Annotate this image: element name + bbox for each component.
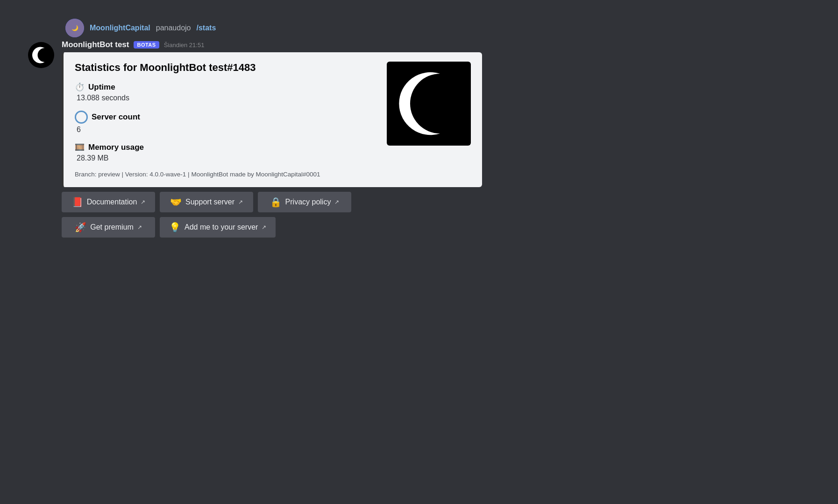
get-premium-icon: 🚀 — [75, 222, 86, 233]
message-container: 🌙 MoonlightCapital panaudojo /stats Moon… — [28, 19, 542, 238]
buttons-row-2: 🚀 Get premium ↗ 💡 Add me to your server … — [62, 217, 542, 238]
embed-title: Statistics for MoonlightBot test#1483 — [75, 62, 377, 74]
command-prefix: panaudojo — [156, 24, 191, 32]
memory-icon: 🎞️ — [75, 142, 85, 152]
support-server-external-icon: ↗ — [238, 199, 243, 205]
command-header: 🌙 MoonlightCapital panaudojo /stats — [28, 19, 542, 37]
bot-name: MoonlightBot test — [62, 40, 129, 49]
server-count-icon — [75, 111, 88, 124]
embed-field-server-count: Server count 6 — [75, 111, 377, 134]
add-to-server-label: Add me to your server — [185, 223, 258, 231]
memory-label: Memory usage — [88, 143, 144, 152]
embed-field-memory: 🎞️ Memory usage 28.39 MB — [75, 142, 377, 162]
embed-field-uptime: ⏱️ Uptime 13.088 seconds — [75, 82, 377, 102]
privacy-policy-label: Privacy policy — [285, 198, 331, 206]
embed-inner: Statistics for MoonlightBot test#1483 ⏱️… — [75, 62, 471, 178]
documentation-button[interactable]: 📕 Documentation ↗ — [62, 192, 155, 212]
support-server-icon: 🤝 — [170, 196, 182, 208]
user-avatar: 🌙 — [65, 19, 84, 37]
get-premium-label: Get premium — [90, 223, 133, 231]
privacy-policy-icon: 🔒 — [270, 196, 282, 208]
embed-field-name-server-count: Server count — [75, 111, 377, 124]
uptime-icon: ⏱️ — [75, 82, 85, 92]
server-count-label: Server count — [92, 112, 140, 122]
support-server-button[interactable]: 🤝 Support server ↗ — [160, 192, 253, 212]
embed-field-name-memory: 🎞️ Memory usage — [75, 142, 377, 152]
embed-thumbnail — [387, 62, 471, 146]
embed-field-name-uptime: ⏱️ Uptime — [75, 82, 377, 92]
embed-left: Statistics for MoonlightBot test#1483 ⏱️… — [75, 62, 377, 178]
memory-value: 28.39 MB — [75, 154, 377, 162]
add-to-server-icon: 💡 — [169, 222, 181, 233]
command-name: /stats — [197, 24, 216, 32]
documentation-external-icon: ↗ — [141, 199, 145, 205]
timestamp: Šiandien 21:51 — [164, 42, 205, 49]
add-to-server-external-icon: ↗ — [262, 224, 266, 231]
documentation-icon: 📕 — [71, 196, 83, 208]
embed: Statistics for MoonlightBot test#1483 ⏱️… — [62, 52, 482, 187]
buttons-row: 📕 Documentation ↗ 🤝 Support server ↗ 🔒 P… — [62, 192, 542, 212]
message-content: MoonlightBot test BOTAS Šiandien 21:51 S… — [62, 40, 542, 238]
add-to-server-button[interactable]: 💡 Add me to your server ↗ — [160, 217, 276, 238]
get-premium-external-icon: ↗ — [137, 224, 142, 231]
support-server-label: Support server — [185, 198, 234, 206]
privacy-policy-external-icon: ↗ — [334, 199, 339, 205]
bot-avatar — [28, 42, 54, 68]
documentation-label: Documentation — [87, 198, 137, 206]
bot-name-row: MoonlightBot test BOTAS Šiandien 21:51 — [62, 40, 542, 49]
uptime-value: 13.088 seconds — [75, 94, 377, 102]
username: MoonlightCapital — [90, 24, 150, 32]
server-count-value: 6 — [75, 126, 377, 134]
privacy-policy-button[interactable]: 🔒 Privacy policy ↗ — [258, 192, 351, 212]
get-premium-button[interactable]: 🚀 Get premium ↗ — [62, 217, 155, 238]
uptime-label: Uptime — [88, 83, 115, 92]
bot-badge: BOTAS — [134, 41, 159, 49]
message-row: MoonlightBot test BOTAS Šiandien 21:51 S… — [28, 40, 542, 238]
user-avatar-img: 🌙 — [65, 19, 84, 37]
embed-footer: Branch: preview | Version: 4.0.0-wave-1 … — [75, 171, 377, 178]
